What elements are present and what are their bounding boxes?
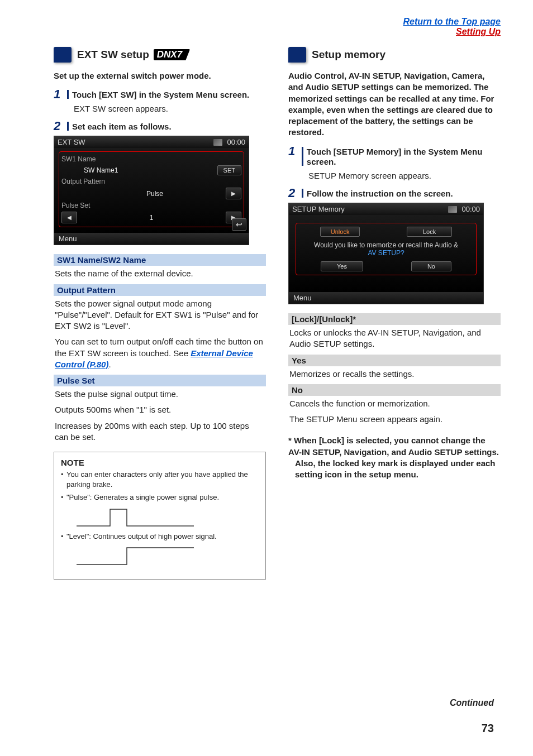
pulse-set-body3: Increases by 200ms with each step. Up to… <box>55 420 265 443</box>
highlight-box: SW1 Name SW Name1 SET Output Pattern Pul… <box>59 151 244 227</box>
lock-footnote-2: Also, the locked key mark is displayed u… <box>288 458 501 481</box>
yes-button[interactable]: Yes <box>321 261 363 271</box>
no-body2: The SETUP Menu screen appears again. <box>289 414 499 425</box>
ss2-menu-button[interactable]: Menu <box>289 292 483 304</box>
yes-body: Memorizes or recalls the settings. <box>289 369 499 380</box>
note-2: "Pulse": Generates a single power signal… <box>61 492 259 503</box>
setup-memory-screenshot: SETUP Memory 00:00 Unlock Lock Would you… <box>288 203 484 304</box>
section-marker-icon <box>54 47 72 63</box>
setup-memory-title: Setup memory <box>312 49 386 61</box>
lock-unlock-body: Locks or unlocks the AV-IN SETUP, Naviga… <box>289 327 499 350</box>
sw1-name-label: SW1 Name <box>61 155 96 163</box>
output-pattern-subhead: Output Pattern <box>54 284 266 296</box>
step-2: 2 Set each item as follows. <box>54 120 266 132</box>
note-3: "Level": Continues output of high power … <box>61 532 259 542</box>
note-box: NOTE You can enter characters only after… <box>54 452 266 580</box>
unlock-button[interactable]: Unlock <box>320 227 360 237</box>
pulse-signal-diagram <box>77 506 194 528</box>
return-button[interactable]: ↩ <box>232 218 246 231</box>
prompt-line-1: Would you like to memorize or recall the… <box>298 241 474 249</box>
dnx7-badge: DNX7 <box>154 49 190 60</box>
sw-name-body: Sets the name of the external device. <box>55 268 265 279</box>
pulse-set-subhead: Pulse Set <box>54 375 266 386</box>
no-subhead: No <box>288 384 501 396</box>
output-pattern-next-button[interactable]: ► <box>226 188 241 199</box>
output-pattern-body2: You can set to turn output on/off each t… <box>55 336 265 370</box>
setup-memory-intro: Audio Control, AV-IN SETUP, Navigation, … <box>288 70 501 138</box>
output-pattern-value: Pulse <box>146 190 163 198</box>
left-column: EXT SW setup DNX7 Set up the external sw… <box>54 47 266 580</box>
ss-menu-button[interactable]: Menu <box>54 233 249 245</box>
step-1-label: Touch [EXT SW] in the System Menu screen… <box>72 88 249 101</box>
yes-subhead: Yes <box>288 355 501 366</box>
lock-footnote: * When [Lock] is selected, you cannot ch… <box>288 435 501 480</box>
ext-sw-title: EXT SW setup <box>77 49 149 61</box>
output-pattern-body2b: . <box>108 360 111 369</box>
step-1: 1 Touch [EXT SW] in the System Menu scre… <box>54 88 266 101</box>
step-1-sub: EXT SW screen appears. <box>74 104 266 113</box>
prompt-line-2: AV SETUP? <box>298 249 474 257</box>
right-column: Setup memory Audio Control, AV-IN SETUP,… <box>288 47 501 580</box>
antenna-icon <box>213 139 222 146</box>
ext-sw-intro: Set up the external switch power mode. <box>54 70 266 82</box>
no-body1: Cancels the function or memorization. <box>289 398 499 409</box>
lock-unlock-subhead: [Lock]/[Unlock]* <box>288 313 501 325</box>
lock-button[interactable]: Lock <box>407 227 452 237</box>
page-number: 73 <box>482 722 494 735</box>
sw1-name-value: SW Name1 <box>84 166 118 174</box>
pulse-set-body1: Sets the pulse signal output time. <box>55 389 265 400</box>
continued-label: Continued <box>450 698 494 708</box>
return-top-link[interactable]: Return to the Top page <box>403 17 501 26</box>
ext-sw-section-header: EXT SW setup DNX7 <box>54 47 266 63</box>
ss2-clock: 00:00 <box>461 205 480 213</box>
level-signal-diagram <box>77 544 194 567</box>
pulse-set-label: Pulse Set <box>61 202 90 209</box>
right-step-2: 2 Follow the instruction on the screen. <box>288 187 501 199</box>
right-step-2-number: 2 <box>288 187 298 199</box>
section-marker-icon <box>288 47 306 63</box>
setting-up-link[interactable]: Setting Up <box>456 27 501 36</box>
pulse-set-prev-button[interactable]: ◄ <box>61 212 77 223</box>
note-1: You can enter characters only after you … <box>61 470 259 489</box>
top-link-block: Return to the Top page Setting Up <box>54 17 501 37</box>
note-title: NOTE <box>61 458 259 467</box>
step-1-number: 1 <box>54 88 64 101</box>
ss2-title: SETUP Memory <box>292 205 345 213</box>
pulse-set-body2: Outputs 500ms when "1" is set. <box>55 404 265 415</box>
antenna-icon <box>448 206 457 213</box>
right-step-2-label: Follow the instruction on the screen. <box>307 187 453 199</box>
lock-footnote-1: * When [Lock] is selected, you cannot ch… <box>288 436 499 456</box>
right-step-1-number: 1 <box>288 145 298 157</box>
step-2-number: 2 <box>54 120 64 132</box>
set-button[interactable]: SET <box>217 165 241 175</box>
step-2-label: Set each item as follows. <box>72 120 172 132</box>
ext-sw-screenshot: EXT SW 00:00 SW1 Name SW Name1 SET <box>54 136 249 245</box>
pulse-set-value: 1 <box>150 214 154 222</box>
sw-name-subhead: SW1 Name/SW2 Name <box>54 254 266 266</box>
ss-title: EXT SW <box>58 138 85 146</box>
setup-memory-section-header: Setup memory <box>288 47 501 63</box>
right-step-1-label: Touch [SETUP Memory] in the System Menu … <box>307 145 501 168</box>
ss-clock: 00:00 <box>227 138 245 146</box>
no-button[interactable]: No <box>411 261 451 271</box>
right-step-1-sub: SETUP Memory screen appears. <box>308 171 501 180</box>
highlight-box-2: Unlock Lock Would you like to memorize o… <box>296 223 477 275</box>
right-step-1: 1 Touch [SETUP Memory] in the System Men… <box>288 145 501 168</box>
output-pattern-label: Output Pattern <box>61 178 105 185</box>
output-pattern-body1: Sets the power signal output mode among … <box>55 298 265 332</box>
